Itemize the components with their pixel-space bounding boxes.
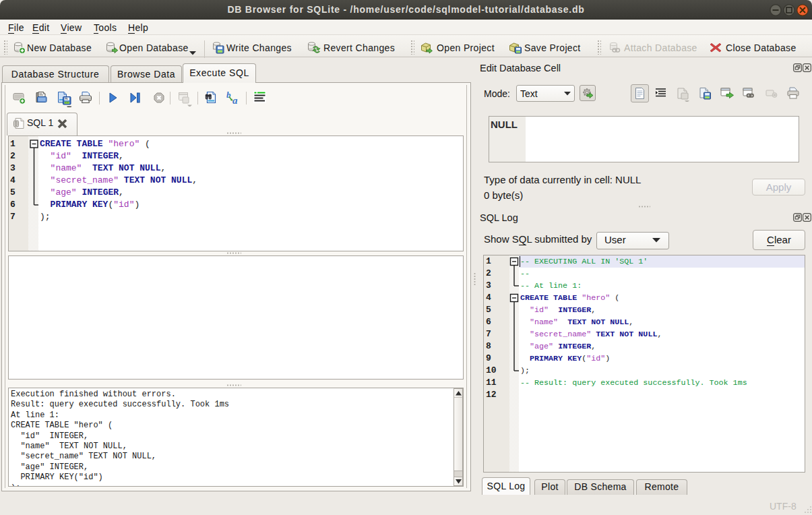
svg-text:a: a xyxy=(232,95,238,104)
